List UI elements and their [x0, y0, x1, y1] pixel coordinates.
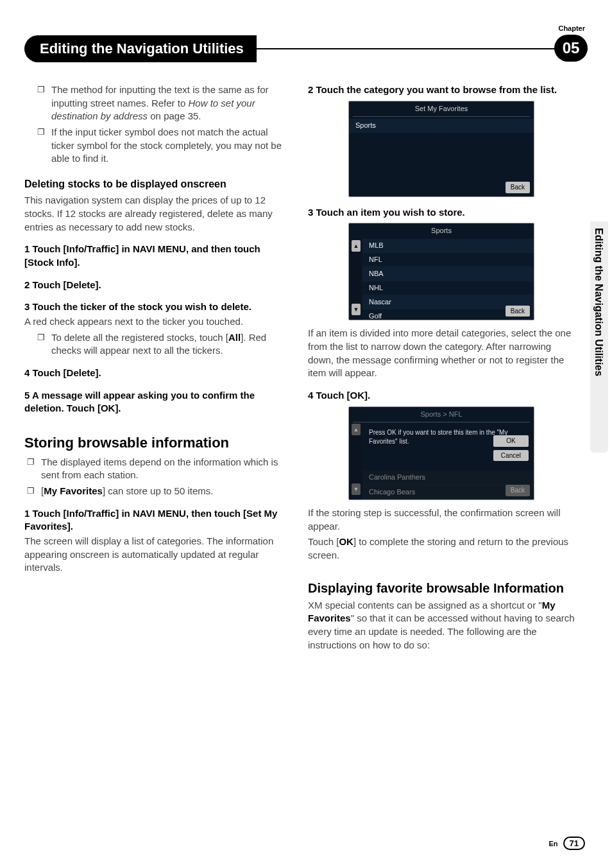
paragraph: A red check appears next to the ticker y… — [24, 315, 291, 329]
step-4: 4 Touch [Delete]. — [24, 367, 291, 380]
screenshot-breadcrumb: Sports > NFL — [349, 407, 534, 422]
page-footer: En 71 — [548, 837, 585, 850]
page-number: 71 — [563, 837, 585, 850]
list-item[interactable]: Sports — [349, 119, 534, 133]
note-item: The method for inputting the text is the… — [51, 83, 291, 123]
scrollbar[interactable]: ▲ ▼ — [351, 422, 361, 496]
step-1: 1 Touch [Info/Traffic] in NAVI MENU, and… — [24, 243, 291, 269]
my-favorites-keyword: My Favorites — [44, 485, 103, 496]
list-item[interactable]: NHL — [362, 281, 534, 295]
text: To delete all the registered stocks, tou… — [51, 332, 228, 343]
language-label: En — [548, 840, 557, 847]
chapter-number-badge: 05 — [554, 35, 588, 62]
list-item[interactable]: MLB — [362, 239, 534, 253]
left-column: The method for inputting the text is the… — [24, 83, 291, 823]
back-button[interactable]: Back — [506, 306, 530, 317]
note-item: If the input ticker symbol does not matc… — [51, 126, 291, 166]
list-item[interactable]: NBA — [362, 267, 534, 281]
text: Touch [ — [308, 536, 339, 547]
storing-step-3: 3 Touch an item you wish to store. — [308, 206, 575, 220]
paragraph: XM special contents can be assigned as a… — [308, 599, 575, 652]
paragraph: Touch [OK] to complete the storing and r… — [308, 535, 575, 562]
scroll-up-icon: ▲ — [352, 424, 361, 435]
storing-step-1: 1 Touch [Info/Traffic] in NAVI MENU, the… — [24, 507, 291, 534]
back-button: Back — [506, 485, 530, 496]
screenshot-confirm-store: Sports > NFL ▲ ▼ Press OK if you want to… — [348, 406, 534, 500]
scroll-down-icon[interactable]: ▼ — [352, 304, 361, 315]
heading-displaying-favorites: Displaying favorite browsable Informatio… — [308, 580, 575, 596]
note-item: [My Favorites] can store up to 50 items. — [41, 485, 291, 498]
storing-step-4: 4 Touch [OK]. — [308, 389, 575, 403]
side-tab-label: Editing the Navigation Utilities — [590, 221, 604, 376]
note-item: The displayed items depend on the inform… — [41, 456, 291, 482]
scrollbar[interactable]: ▲ ▼ — [351, 239, 361, 317]
step-3: 3 Touch the ticker of the stock you wish… — [24, 300, 291, 314]
paragraph: If an item is divided into more detail c… — [308, 327, 575, 380]
note-item: To delete all the registered stocks, tou… — [51, 331, 291, 358]
title-bar: Editing the Navigation Utilities — [24, 35, 588, 62]
screenshot-title: Sports — [349, 223, 534, 238]
heading-storing: Storing browsable information — [24, 433, 291, 453]
text: XM special contents can be assigned as a… — [308, 600, 542, 611]
storing-step-2: 2 Touch the category you want to browse … — [308, 83, 575, 97]
screenshot-sports-list: Sports ▲ ▼ MLB NFL NBA NHL Nascar Golf B… — [348, 223, 534, 320]
chapter-word: Chapter — [558, 24, 585, 32]
back-button[interactable]: Back — [506, 182, 530, 193]
scroll-down-icon: ▼ — [352, 483, 361, 495]
title-rule — [255, 48, 588, 49]
ok-button[interactable]: OK — [493, 435, 529, 447]
step-5: 5 A message will appear asking you to co… — [24, 389, 291, 415]
paragraph: If the storing step is successful, the c… — [308, 507, 575, 533]
list-item: Carolina Panthers — [362, 471, 534, 485]
text: on page 35. — [148, 110, 201, 121]
side-tab: Editing the Navigation Utilities — [590, 221, 608, 453]
scroll-up-icon[interactable]: ▲ — [352, 240, 361, 252]
paragraph: The screen will display a list of catego… — [24, 535, 291, 575]
ok-keyword: OK — [339, 536, 353, 547]
page-title: Editing the Navigation Utilities — [24, 35, 257, 62]
list-item[interactable]: NFL — [362, 253, 534, 267]
screenshot-set-my-favorites: Set My Favorites Sports Back — [348, 101, 534, 197]
text: ] can store up to 50 items. — [103, 485, 214, 496]
cancel-button[interactable]: Cancel — [493, 450, 529, 462]
screenshot-title: Set My Favorites — [349, 101, 534, 116]
right-column: 2 Touch the category you want to browse … — [308, 83, 575, 823]
all-keyword: All — [228, 332, 241, 343]
step-2: 2 Touch [Delete]. — [24, 279, 291, 292]
heading-delete-stocks: Deleting stocks to be displayed onscreen — [24, 177, 291, 191]
paragraph: This navigation system can display the p… — [24, 194, 291, 234]
